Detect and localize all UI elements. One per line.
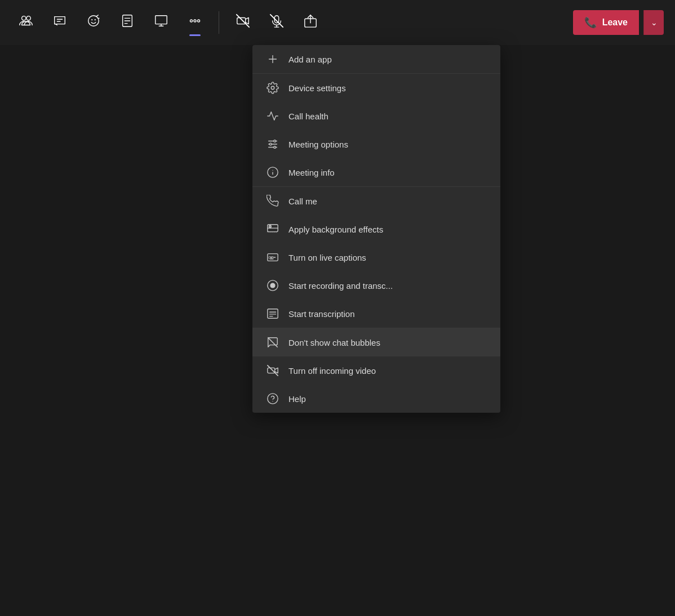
help-item[interactable]: Help <box>252 385 500 413</box>
menu-section-3: Call me Apply background effects CC Turn… <box>252 187 500 328</box>
live-captions-label: Turn on live captions <box>288 253 366 262</box>
svg-text:CC: CC <box>268 256 274 260</box>
menu-section-4: Don't show chat bubbles Turn off incomin… <box>252 328 500 413</box>
turn-off-video-item[interactable]: Turn off incoming video <box>252 356 500 385</box>
mic-button[interactable] <box>262 8 291 37</box>
toolbar: 📞 Leave ⌄ <box>0 0 675 45</box>
toolbar-left <box>11 8 325 37</box>
start-recording-label: Start recording and transc... <box>288 281 393 291</box>
phone-icon <box>266 195 279 207</box>
leave-chevron-button[interactable]: ⌄ <box>643 10 664 35</box>
svg-point-50 <box>268 394 278 404</box>
gear-icon <box>266 82 279 94</box>
background-effects-label: Apply background effects <box>288 225 383 234</box>
svg-point-31 <box>270 143 272 145</box>
device-settings-item[interactable]: Device settings <box>252 74 500 102</box>
turn-off-video-label: Turn off incoming video <box>288 366 376 376</box>
leave-phone-icon: 📞 <box>584 16 597 29</box>
no-chat-icon <box>266 336 279 349</box>
camera-off-icon <box>236 14 250 32</box>
more-icon <box>188 14 202 32</box>
device-settings-label: Device settings <box>288 83 346 93</box>
start-transcription-label: Start transcription <box>288 309 355 319</box>
toolbar-right: 📞 Leave ⌄ <box>573 10 664 35</box>
svg-point-5 <box>91 19 92 20</box>
svg-rect-11 <box>156 16 167 24</box>
call-me-item[interactable]: Call me <box>252 187 500 215</box>
share-icon <box>303 14 318 32</box>
menu-section-2: Device settings Call health Meeting opti… <box>252 74 500 187</box>
whiteboard-button[interactable] <box>146 8 176 37</box>
svg-point-0 <box>22 16 26 20</box>
meeting-info-label: Meeting info <box>288 168 335 177</box>
svg-point-16 <box>197 20 199 22</box>
more-menu: Add an app Device settings Call health M… <box>252 45 500 413</box>
record-icon <box>266 279 279 292</box>
add-app-item[interactable]: Add an app <box>252 45 500 73</box>
svg-point-14 <box>190 20 192 22</box>
svg-rect-43 <box>268 309 278 319</box>
call-me-label: Call me <box>288 197 317 206</box>
pulse-icon <box>266 110 279 122</box>
sliders-icon <box>266 138 279 150</box>
background-icon <box>266 223 279 235</box>
svg-point-6 <box>95 19 96 20</box>
background-effects-item[interactable]: Apply background effects <box>252 215 500 243</box>
reactions-button[interactable] <box>79 8 108 37</box>
chat-button[interactable] <box>45 8 74 37</box>
start-recording-item[interactable]: Start recording and transc... <box>252 271 500 300</box>
notes-icon <box>120 14 135 32</box>
no-chat-bubbles-label: Don't show chat bubbles <box>288 338 380 347</box>
svg-point-26 <box>271 86 274 90</box>
more-button[interactable] <box>180 8 210 37</box>
svg-line-18 <box>237 15 249 27</box>
menu-section-1: Add an app <box>252 45 500 74</box>
leave-label: Leave <box>602 17 628 28</box>
people-icon <box>19 14 33 32</box>
chat-icon <box>52 14 67 32</box>
mic-off-icon <box>269 14 284 32</box>
transcription-icon <box>266 307 279 320</box>
help-label: Help <box>288 394 306 404</box>
meeting-options-item[interactable]: Meeting options <box>252 130 500 158</box>
svg-point-4 <box>88 16 99 26</box>
camera-button[interactable] <box>228 8 257 37</box>
notes-button[interactable] <box>113 8 142 37</box>
add-app-label: Add an app <box>288 55 332 64</box>
svg-point-32 <box>274 146 276 149</box>
leave-button[interactable]: 📞 Leave <box>573 10 639 35</box>
live-captions-item[interactable]: CC Turn on live captions <box>252 243 500 271</box>
whiteboard-icon <box>154 14 168 32</box>
chevron-down-icon: ⌄ <box>651 18 658 27</box>
svg-point-42 <box>270 283 275 288</box>
svg-point-30 <box>274 140 276 142</box>
share-button[interactable] <box>296 8 325 37</box>
no-video-icon <box>266 364 279 377</box>
start-transcription-item[interactable]: Start transcription <box>252 300 500 328</box>
no-chat-bubbles-item[interactable]: Don't show chat bubbles <box>252 328 500 356</box>
people-button[interactable] <box>11 8 41 37</box>
reactions-icon <box>86 14 101 32</box>
info-circle-icon <box>266 166 279 178</box>
cc-icon: CC <box>266 251 279 264</box>
svg-point-15 <box>194 20 196 22</box>
meeting-options-label: Meeting options <box>288 140 348 149</box>
toolbar-divider <box>219 11 219 34</box>
plus-icon <box>266 53 279 65</box>
svg-line-49 <box>268 365 278 376</box>
svg-point-1 <box>26 16 30 20</box>
help-circle-icon <box>266 392 279 405</box>
call-health-item[interactable]: Call health <box>252 102 500 130</box>
meeting-info-item[interactable]: Meeting info <box>252 158 500 186</box>
call-health-label: Call health <box>288 111 328 121</box>
